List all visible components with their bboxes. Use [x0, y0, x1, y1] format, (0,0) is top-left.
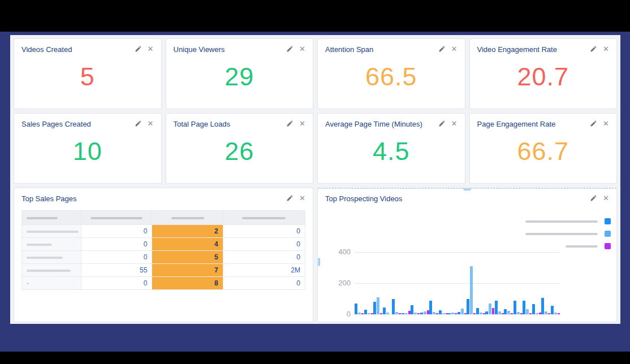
close-icon[interactable]: ✕	[299, 120, 305, 127]
kpi-value: 29	[174, 54, 306, 102]
highlighted-value-cell: 4	[152, 238, 223, 251]
bar-lightblue	[498, 311, 501, 314]
bar-blue	[485, 311, 488, 314]
close-icon[interactable]: ✕	[603, 120, 609, 127]
bar-magenta	[492, 308, 494, 314]
close-icon[interactable]: ✕	[148, 45, 154, 53]
bar-lightblue	[405, 313, 408, 314]
bar-blue	[420, 313, 423, 314]
row-label-cell	[22, 264, 81, 277]
bar-magenta	[473, 313, 476, 314]
bar-group	[448, 313, 457, 314]
bar-lightblue	[424, 311, 426, 314]
bar-lightblue	[545, 311, 547, 315]
value-cell: 0	[81, 225, 152, 238]
close-icon[interactable]: ✕	[451, 120, 458, 127]
bar-magenta	[380, 313, 382, 314]
bar-magenta	[455, 313, 457, 314]
kpi-value: 26	[174, 129, 306, 177]
bar-magenta	[371, 313, 373, 314]
bar-group	[392, 299, 401, 315]
redacted-label	[27, 231, 79, 233]
bar-group	[411, 305, 420, 315]
bar-blue	[514, 301, 516, 314]
bar-blue	[383, 307, 386, 314]
kpi-value: 20.7	[477, 54, 610, 102]
bar-magenta	[446, 313, 448, 314]
pencil-icon[interactable]	[135, 45, 142, 53]
value-cell: 2M	[223, 264, 305, 277]
gridline-0	[355, 314, 560, 315]
bar-lightblue	[470, 266, 473, 314]
bar-blue	[476, 308, 479, 314]
bar-group	[429, 301, 438, 314]
edit-icon[interactable]	[286, 194, 294, 202]
value-cell: 0	[81, 251, 152, 264]
bar-magenta	[464, 313, 467, 314]
highlighted-value-cell: 8	[152, 277, 223, 290]
bar-magenta	[520, 313, 523, 314]
table-row: -080	[22, 277, 305, 290]
edit-icon[interactable]	[590, 194, 597, 202]
bar-blue	[495, 301, 498, 314]
kpi-title: Attention Span	[325, 45, 373, 54]
bar-blue	[458, 312, 460, 314]
pencil-icon[interactable]	[438, 120, 446, 127]
kpi-card-video-engagement-rate: Video Engagement Rate✕20.7	[469, 38, 618, 109]
bar-blue	[504, 309, 507, 314]
y-axis-tick-label: 400	[327, 248, 351, 256]
close-icon[interactable]: ✕	[451, 45, 458, 53]
table-column-header[interactable]	[81, 211, 152, 225]
bar-magenta	[511, 313, 513, 314]
row-label-cell	[22, 225, 81, 238]
kpi-card-total-page-loads: Total Page Loads✕26	[166, 113, 314, 184]
pencil-icon[interactable]	[286, 120, 294, 127]
bar-blue	[541, 298, 544, 314]
pencil-icon[interactable]	[438, 45, 446, 53]
bar-group	[541, 298, 550, 314]
table-column-header[interactable]	[152, 211, 223, 225]
bar-magenta	[427, 310, 429, 314]
value-cell: 55	[81, 264, 152, 277]
table-column-header[interactable]	[22, 211, 81, 225]
kpi-card-attention-span: Attention Span✕66.5	[317, 38, 465, 109]
bar-lightblue	[433, 312, 435, 314]
close-icon[interactable]: ✕	[299, 194, 305, 202]
bar-group	[383, 307, 392, 314]
redacted-label	[27, 244, 52, 246]
bar-lightblue	[451, 313, 454, 314]
bar-group	[504, 309, 513, 314]
resize-handle-left[interactable]	[317, 258, 320, 266]
widget-title: Top Sales Pages	[21, 194, 77, 203]
bar-blue	[551, 306, 554, 314]
bar-group	[355, 304, 364, 314]
highlighted-value-cell: 2	[152, 225, 223, 238]
kpi-title: Sales Pages Created	[21, 120, 91, 129]
bar-blue	[392, 299, 395, 315]
bar-group	[420, 310, 429, 314]
highlighted-value-cell: 7	[152, 264, 223, 277]
close-icon[interactable]: ✕	[148, 120, 154, 127]
table-header-row	[22, 211, 305, 225]
pencil-icon[interactable]	[590, 120, 597, 127]
bar-group	[402, 311, 411, 314]
redacted-label	[27, 257, 63, 259]
bar-group	[551, 306, 560, 314]
pencil-icon[interactable]	[286, 45, 294, 53]
bar-blue	[411, 305, 413, 315]
resize-handle-top[interactable]	[464, 188, 471, 190]
table-column-header[interactable]	[223, 211, 305, 225]
pencil-icon[interactable]	[590, 45, 597, 53]
bar-group	[458, 309, 467, 314]
value-cell: 0	[223, 225, 305, 238]
kpi-card-sales-pages-created: Sales Pages Created✕10	[14, 113, 162, 184]
close-icon[interactable]: ✕	[603, 194, 609, 202]
close-icon[interactable]: ✕	[299, 45, 305, 53]
close-icon[interactable]: ✕	[603, 45, 609, 53]
bar-group	[523, 301, 532, 314]
widget-top-sales-pages: Top Sales Pages ✕ 0200400505572M-080	[14, 188, 313, 322]
pencil-icon[interactable]	[135, 120, 142, 127]
bar-group	[495, 301, 504, 314]
bar-blue	[373, 302, 376, 314]
bar-blue	[532, 304, 535, 314]
